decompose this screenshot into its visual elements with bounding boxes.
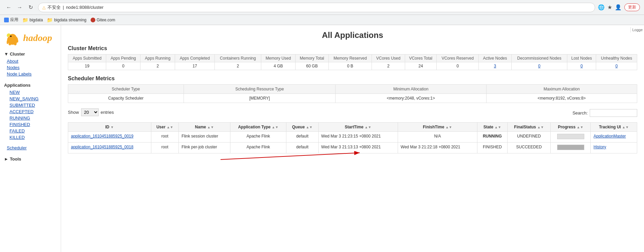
th-queue[interactable]: Queue ▲▼	[286, 123, 318, 132]
cell-finishtime-0: N/A	[398, 132, 477, 143]
col-apps-running: Apps Running	[140, 55, 175, 62]
col-decommissioned-nodes: Decommissioned Nodes	[511, 55, 567, 62]
sort-icon-finishtime: ▲▼	[446, 125, 452, 129]
col-active-nodes: Active Nodes	[479, 55, 511, 62]
bookmark-bigdata[interactable]: 📁 bigdata	[22, 17, 43, 23]
sort-icon-id: ▼	[111, 125, 114, 129]
val-lost-nodes[interactable]: 0	[567, 62, 596, 70]
val-decommissioned-nodes[interactable]: 0	[511, 62, 567, 70]
sidebar-tools-title[interactable]: ► Tools	[0, 155, 61, 163]
tracking-link-0[interactable]: ApplicationMaster	[593, 134, 626, 139]
refresh-button[interactable]: ↻	[26, 3, 35, 12]
sidebar-item-nodelabels[interactable]: Node Labels	[0, 71, 61, 77]
cell-user-0: root	[151, 132, 178, 143]
tracking-link-1[interactable]: History	[593, 145, 606, 149]
col-apps-submitted: Apps Submitted	[68, 55, 106, 62]
sidebar-app-killed[interactable]: KILLED	[0, 134, 61, 141]
sidebar-applications-title[interactable]: Applications	[0, 81, 61, 89]
cell-tracking-1[interactable]: History	[591, 143, 637, 153]
update-button[interactable]: 更新	[624, 3, 640, 11]
back-button[interactable]: ←	[4, 3, 14, 12]
bookmark-bigdata-streaming[interactable]: 📁 bigdata streaming	[47, 17, 86, 23]
val-unhealthy-nodes[interactable]: 0	[596, 62, 637, 70]
svg-point-2	[10, 36, 12, 37]
sched-col-resource-type: Scheduling Resource Type	[184, 85, 335, 94]
sidebar-app-accepted[interactable]: ACCEPTED	[0, 108, 61, 115]
scheduler-metrics-title: Scheduler Metrics	[68, 76, 637, 82]
sched-col-max: Maximum Allocation	[486, 85, 637, 94]
apps-bookmark-icon	[4, 18, 9, 22]
sort-icon-user: ▲▼	[167, 125, 173, 129]
col-memory-total: Memory Total	[296, 55, 329, 62]
th-finalstatus[interactable]: FinalStatus ▲▼	[507, 123, 550, 132]
sidebar-applications-section: Applications NEW NEW_SAVING SUBMITTED AC…	[0, 79, 61, 143]
val-apps-completed: 17	[175, 62, 215, 70]
main-content: Logge All Applications Cluster Metrics A…	[61, 25, 644, 252]
translate-icon[interactable]: 🌐	[598, 4, 605, 10]
th-id[interactable]: ID ▼	[68, 123, 151, 132]
search-label: Search:	[572, 110, 588, 115]
th-finishtime[interactable]: FinishTime ▲▼	[398, 123, 477, 132]
hadoop-logo-text: hadoop	[23, 33, 52, 43]
cell-progress-0	[551, 132, 591, 143]
sidebar-app-submitted[interactable]: SUBMITTED	[0, 102, 61, 108]
table-row: application_1610451885925_0018 root Flin…	[68, 143, 637, 153]
profile-icon[interactable]: 👤	[615, 4, 622, 10]
col-apps-pending: Apps Pending	[106, 55, 140, 62]
col-apps-completed: Apps Completed	[175, 55, 215, 62]
search-input[interactable]	[590, 109, 637, 117]
sidebar-scheduler[interactable]: Scheduler	[0, 145, 61, 151]
th-name[interactable]: Name ▲▼	[178, 123, 230, 132]
sidebar-app-finished[interactable]: FINISHED	[0, 121, 61, 128]
browser-bar: ← → ↻ △ 不安全 | node1:8088/cluster 🌐 ★ 👤 更…	[0, 0, 644, 15]
sched-col-min: Minimum Allocation	[336, 85, 486, 94]
val-active-nodes[interactable]: 3	[479, 62, 511, 70]
svg-point-3	[8, 42, 11, 45]
cell-tracking-0[interactable]: ApplicationMaster	[591, 132, 637, 143]
forward-button[interactable]: →	[15, 3, 24, 12]
cell-id-0[interactable]: application_1610451885925_0019	[68, 132, 151, 143]
th-progress[interactable]: Progress ▲▼	[551, 123, 591, 132]
val-apps-submitted: 19	[68, 62, 106, 70]
bookmark-gitee[interactable]: Gitee.com	[91, 18, 115, 22]
sched-val-min: <memory:2048, vCores:1>	[336, 94, 486, 103]
entries-select[interactable]: 10 20 25 50 100	[81, 108, 99, 116]
bookmark-apps[interactable]: 应用	[4, 17, 18, 23]
sidebar-app-running[interactable]: RUNNING	[0, 115, 61, 121]
sort-icon-name: ▲▼	[207, 125, 214, 129]
sort-icon-progress: ▲▼	[577, 125, 584, 129]
sidebar-app-new-saving[interactable]: NEW_SAVING	[0, 96, 61, 102]
address-bar[interactable]: △ 不安全 | node1:8088/cluster	[38, 3, 595, 12]
red-arrow-annotation	[204, 149, 373, 176]
th-app-type[interactable]: Application Type ▲▼	[230, 123, 286, 132]
th-tracking-ui[interactable]: Tracking UI ▲▼	[591, 123, 637, 132]
table-wrapper: ID ▼ User ▲▼ Name ▲▼ Application Ty	[68, 122, 637, 153]
th-starttime[interactable]: StartTime ▲▼	[318, 123, 398, 132]
bookmarks-bar: 应用 📁 bigdata 📁 bigdata streaming Gitee.c…	[0, 15, 644, 25]
nav-buttons: ← → ↻	[4, 3, 35, 12]
cell-name-1: Flink per-job cluster	[178, 143, 230, 153]
cell-id-1[interactable]: application_1610451885925_0018	[68, 143, 151, 153]
sidebar-app-new[interactable]: NEW	[0, 89, 61, 96]
sidebar: hadoop ▼ Cluster About Nodes Node Labels…	[0, 25, 61, 252]
th-state[interactable]: State ▲▼	[477, 123, 507, 132]
val-containers-running: 2	[215, 62, 261, 70]
sidebar-cluster-title[interactable]: ▼ Cluster	[0, 50, 61, 58]
address-url: node1:8088/cluster	[66, 5, 103, 10]
app-id-link-0[interactable]: application_1610451885925_0019	[71, 134, 133, 139]
col-memory-reserved: Memory Reserved	[328, 55, 372, 62]
sidebar-app-failed[interactable]: FAILED	[0, 128, 61, 134]
page-wrapper: hadoop ▼ Cluster About Nodes Node Labels…	[0, 25, 644, 252]
cell-apptype-0: Apache Flink	[230, 132, 286, 143]
bookmark-star-icon[interactable]: ★	[607, 4, 612, 10]
th-user[interactable]: User ▲▼	[151, 123, 178, 132]
col-unhealthy-nodes: Unhealthy Nodes	[596, 55, 637, 62]
app-id-link-1[interactable]: application_1610451885925_0018	[71, 145, 133, 149]
cell-starttime-0: Wed Mar 3 21:23:15 +0800 2021	[318, 132, 398, 143]
cell-state-1: FINISHED	[477, 143, 507, 153]
sidebar-item-nodes[interactable]: Nodes	[0, 64, 61, 71]
bookmark-gitee-label: Gitee.com	[97, 18, 115, 22]
sidebar-item-about[interactable]: About	[0, 58, 61, 64]
bookmark-bigdata-streaming-label: bigdata streaming	[54, 18, 86, 22]
show-entries: Show 10 20 25 50 100 entries	[68, 108, 114, 116]
